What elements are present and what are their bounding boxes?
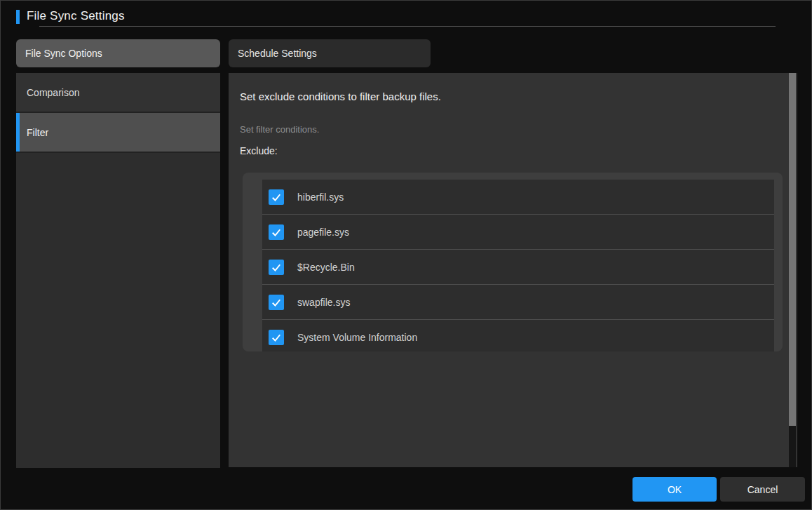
tab-label: File Sync Options [25, 48, 102, 59]
exclude-item-label: pagefile.sys [297, 227, 349, 238]
checkbox-swapfile[interactable] [269, 295, 284, 310]
checkbox-system-volume-information[interactable] [269, 330, 284, 345]
checkbox-hiberfil[interactable] [269, 189, 284, 205]
check-icon [270, 261, 283, 274]
sidebar-item-label: Filter [27, 127, 48, 138]
exclude-item-label: swapfile.sys [297, 297, 350, 308]
sidebar: Comparison Filter [16, 73, 220, 468]
exclude-item-label: $Recycle.Bin [297, 262, 355, 273]
exclude-row-swapfile: swapfile.sys [262, 285, 774, 320]
dialog-title: File Sync Settings [27, 9, 125, 23]
title-bar: File Sync Settings [1, 1, 811, 32]
exclude-row-recycle-bin: $Recycle.Bin [262, 250, 774, 285]
exclude-item-label: hiberfil.sys [297, 192, 344, 203]
exclude-row-hiberfil: hiberfil.sys [262, 180, 774, 215]
filter-settings-panel: Set exclude conditions to filter backup … [229, 73, 797, 467]
tab-schedule-settings[interactable]: Schedule Settings [229, 39, 431, 67]
tab-label: Schedule Settings [238, 48, 317, 59]
scrollbar-thumb[interactable] [789, 73, 796, 426]
exclude-label: Exclude: [240, 145, 278, 156]
cancel-button[interactable]: Cancel [720, 477, 805, 502]
scrollbar-track[interactable] [789, 73, 796, 467]
panel-heading: Set exclude conditions to filter backup … [240, 90, 441, 102]
sidebar-item-label: Comparison [27, 87, 79, 98]
title-divider [39, 26, 776, 27]
check-icon [270, 331, 283, 344]
exclude-item-label: System Volume Information [297, 332, 417, 343]
checkbox-pagefile[interactable] [269, 224, 284, 240]
check-icon [270, 226, 283, 239]
sidebar-item-filter[interactable]: Filter [16, 113, 220, 153]
tab-file-sync-options[interactable]: File Sync Options [16, 39, 220, 67]
check-icon [270, 296, 283, 309]
title-accent-bar [16, 10, 20, 24]
exclude-row-pagefile: pagefile.sys [262, 215, 774, 250]
active-accent-bar [16, 113, 20, 152]
check-icon [270, 191, 283, 203]
checkbox-recycle-bin[interactable] [269, 260, 284, 275]
panel-subheading: Set filter conditions. [240, 124, 319, 135]
exclude-row-system-volume-information: System Volume Information [262, 320, 774, 351]
sidebar-item-comparison[interactable]: Comparison [16, 73, 220, 113]
file-sync-settings-dialog: File Sync Settings File Sync Options Sch… [0, 0, 812, 510]
exclude-list: hiberfil.sys pagefile.sys $Recycle.Bin s… [243, 173, 783, 351]
ok-button[interactable]: OK [632, 477, 717, 502]
